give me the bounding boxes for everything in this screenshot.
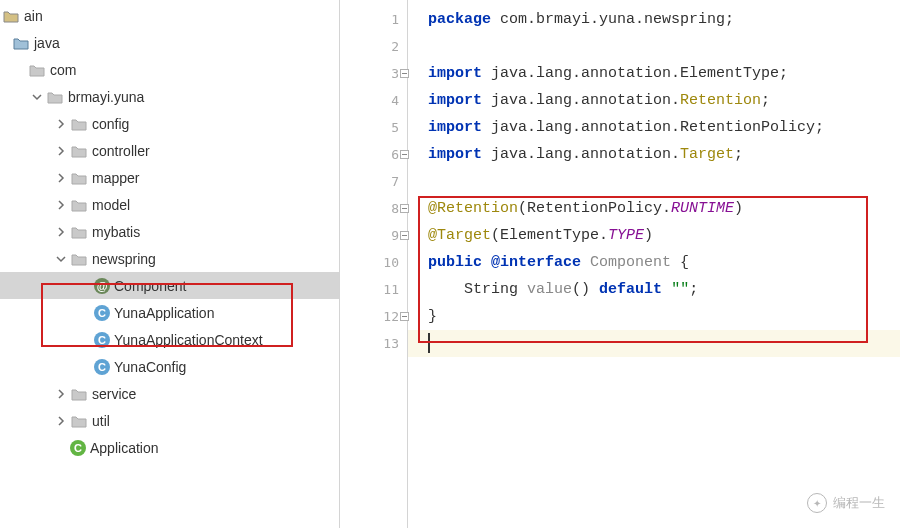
- chevron-right-icon[interactable]: [52, 196, 70, 214]
- folder-icon: [70, 224, 88, 240]
- class-icon: C: [94, 332, 110, 348]
- folder-icon: [12, 35, 30, 51]
- code-line[interactable]: package com.brmayi.yuna.newspring;: [408, 6, 900, 33]
- tree-node-util[interactable]: util: [0, 407, 339, 434]
- gutter-line: 8: [340, 195, 407, 222]
- tree-node-main[interactable]: ain: [0, 2, 339, 29]
- chevron-right-icon[interactable]: [52, 385, 70, 403]
- class-icon: C: [70, 440, 86, 456]
- chevron-right-icon[interactable]: [52, 169, 70, 187]
- tree-label: model: [92, 197, 130, 213]
- gutter-line: 11: [340, 276, 407, 303]
- code-line[interactable]: @Target(ElementType.TYPE): [408, 222, 900, 249]
- project-tree-sidebar: ain java com brmayi.yuna config controll…: [0, 0, 340, 528]
- tree-label: java: [34, 35, 60, 51]
- tree-node-java[interactable]: java: [0, 29, 339, 56]
- code-line[interactable]: import java.lang.annotation.Target;: [408, 141, 900, 168]
- folder-icon: [70, 386, 88, 402]
- chevron-right-icon[interactable]: [52, 412, 70, 430]
- code-line[interactable]: @Retention(RetentionPolicy.RUNTIME): [408, 195, 900, 222]
- annotation-icon: @: [94, 278, 110, 294]
- tree-label: ain: [24, 8, 43, 24]
- project-tree[interactable]: ain java com brmayi.yuna config controll…: [0, 0, 339, 461]
- tree-label: Application: [90, 440, 159, 456]
- tree-label: mapper: [92, 170, 139, 186]
- wechat-icon: ✦: [807, 493, 827, 513]
- tree-label: newspring: [92, 251, 156, 267]
- gutter-line: 1: [340, 6, 407, 33]
- watermark: ✦ 编程一生: [807, 493, 885, 513]
- chevron-right-icon[interactable]: [52, 142, 70, 160]
- code-area[interactable]: package com.brmayi.yuna.newspring; impor…: [408, 0, 900, 528]
- gutter-line: 3: [340, 60, 407, 87]
- tree-node-mybatis[interactable]: mybatis: [0, 218, 339, 245]
- tree-node-yunacfg[interactable]: C YunaConfig: [0, 353, 339, 380]
- class-icon: C: [94, 359, 110, 375]
- gutter-line: 7: [340, 168, 407, 195]
- tree-node-com[interactable]: com: [0, 56, 339, 83]
- gutter-line: 4: [340, 87, 407, 114]
- code-line[interactable]: [408, 33, 900, 60]
- gutter: 1 2 3 4 5 6 7 8 9 10 11 12 13: [340, 0, 408, 528]
- code-line[interactable]: import java.lang.annotation.Retention;: [408, 87, 900, 114]
- folder-icon: [2, 8, 20, 24]
- chevron-right-icon[interactable]: [52, 223, 70, 241]
- folder-icon: [70, 143, 88, 159]
- chevron-down-icon[interactable]: [28, 88, 46, 106]
- tree-label: Component: [114, 278, 186, 294]
- tree-node-yunaapp[interactable]: C YunaApplication: [0, 299, 339, 326]
- code-line[interactable]: String value() default "";: [408, 276, 900, 303]
- folder-icon: [46, 89, 64, 105]
- code-line[interactable]: }: [408, 303, 900, 330]
- gutter-line: 6: [340, 141, 407, 168]
- tree-node-brmayi[interactable]: brmayi.yuna: [0, 83, 339, 110]
- gutter-line: 5: [340, 114, 407, 141]
- tree-label: controller: [92, 143, 150, 159]
- tree-node-application[interactable]: C Application: [0, 434, 339, 461]
- tree-node-yunactx[interactable]: C YunaApplicationContext: [0, 326, 339, 353]
- code-editor[interactable]: 1 2 3 4 5 6 7 8 9 10 11 12 13 package co…: [340, 0, 900, 528]
- tree-node-config[interactable]: config: [0, 110, 339, 137]
- tree-label: YunaApplication: [114, 305, 214, 321]
- gutter-line: 2: [340, 33, 407, 60]
- tree-node-controller[interactable]: controller: [0, 137, 339, 164]
- tree-label: service: [92, 386, 136, 402]
- gutter-line: 10: [340, 249, 407, 276]
- gutter-line: 9: [340, 222, 407, 249]
- tree-node-model[interactable]: model: [0, 191, 339, 218]
- tree-node-mapper[interactable]: mapper: [0, 164, 339, 191]
- folder-icon: [70, 251, 88, 267]
- tree-node-service[interactable]: service: [0, 380, 339, 407]
- chevron-down-icon[interactable]: [52, 250, 70, 268]
- code-line[interactable]: public @interface Component {: [408, 249, 900, 276]
- class-icon: C: [94, 305, 110, 321]
- folder-icon: [70, 413, 88, 429]
- tree-label: util: [92, 413, 110, 429]
- tree-label: com: [50, 62, 76, 78]
- folder-icon: [70, 197, 88, 213]
- gutter-line: 12: [340, 303, 407, 330]
- gutter-line: 13: [340, 330, 407, 357]
- code-line[interactable]: [408, 168, 900, 195]
- code-line[interactable]: [408, 330, 900, 357]
- tree-label: mybatis: [92, 224, 140, 240]
- code-line[interactable]: import java.lang.annotation.RetentionPol…: [408, 114, 900, 141]
- code-line[interactable]: import java.lang.annotation.ElementType;: [408, 60, 900, 87]
- tree-label: YunaConfig: [114, 359, 186, 375]
- tree-label: config: [92, 116, 129, 132]
- folder-icon: [70, 170, 88, 186]
- tree-label: brmayi.yuna: [68, 89, 144, 105]
- folder-icon: [28, 62, 46, 78]
- tree-node-component[interactable]: @ Component: [0, 272, 339, 299]
- watermark-text: 编程一生: [833, 494, 885, 512]
- tree-label: YunaApplicationContext: [114, 332, 263, 348]
- folder-icon: [70, 116, 88, 132]
- tree-node-newspring[interactable]: newspring: [0, 245, 339, 272]
- caret-icon: [428, 333, 430, 353]
- chevron-right-icon[interactable]: [52, 115, 70, 133]
